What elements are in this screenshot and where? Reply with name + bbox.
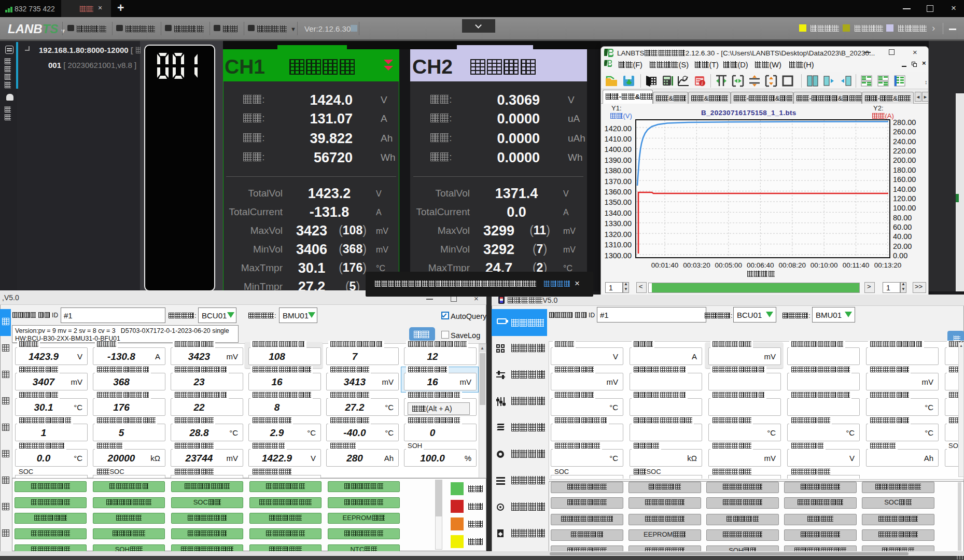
svg-text:i: i (702, 80, 703, 86)
